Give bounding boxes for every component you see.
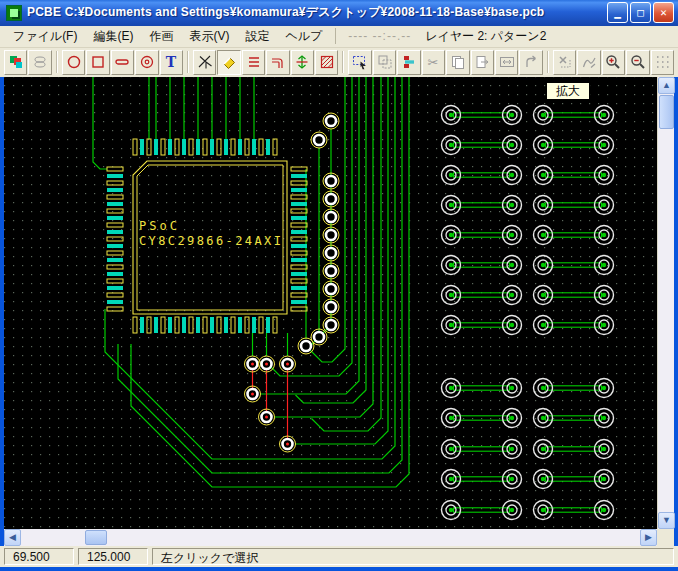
toolbar-button-zoom-out[interactable] — [626, 50, 649, 75]
chip-pad-left[interactable] — [107, 300, 123, 304]
toolbar-button-junction[interactable] — [193, 50, 216, 75]
scroll-down-button[interactable]: ▼ — [658, 512, 675, 529]
chip-pad-left[interactable] — [107, 216, 123, 220]
via[interactable] — [259, 409, 275, 425]
via[interactable] — [323, 245, 339, 261]
chip-pad-right[interactable] — [291, 300, 307, 304]
minimize-button[interactable]: ▁ — [607, 2, 628, 23]
chip-pad-bottom[interactable] — [196, 317, 200, 333]
chip-pad-bottom[interactable] — [168, 317, 172, 333]
chip-pad-left[interactable] — [107, 244, 123, 248]
chip-pad-bottom[interactable] — [182, 317, 186, 333]
stretch-icon — [499, 54, 515, 70]
maximize-button[interactable]: □ — [630, 2, 651, 23]
chip-pad-left[interactable] — [107, 286, 123, 290]
toolbar-button-undo — [519, 50, 542, 75]
toolbar-button-eraser[interactable] — [217, 50, 240, 75]
chip-pad-right[interactable] — [291, 216, 307, 220]
scroll-right-button[interactable]: ▶ — [640, 529, 657, 546]
toolbar-button-pad[interactable] — [135, 50, 158, 75]
chip-pad-bottom[interactable] — [266, 317, 270, 333]
via[interactable] — [323, 191, 339, 207]
circle-icon — [66, 54, 82, 70]
chip-pad-left[interactable] — [107, 258, 123, 262]
status-hint: 左クリックで選択 — [152, 548, 674, 565]
hscroll-thumb[interactable] — [85, 530, 107, 545]
via[interactable] — [311, 132, 327, 148]
toolbar-button-fill[interactable] — [315, 50, 338, 75]
chip-pad-top[interactable] — [252, 139, 256, 155]
layer-indicator[interactable]: レイヤー 2: パターン2 — [419, 26, 552, 47]
toolbar-button-bend[interactable] — [266, 50, 289, 75]
chip-pad-bottom[interactable] — [252, 317, 256, 333]
chip-pad-bottom[interactable] — [238, 317, 242, 333]
chip-pad-top[interactable] — [140, 139, 144, 155]
chip-pad-bottom[interactable] — [154, 317, 158, 333]
pcb-canvas[interactable]: PSoCCY8C29866-24AXI 拡大 — [4, 77, 657, 529]
chip-pad-top[interactable] — [196, 139, 200, 155]
chip-pad-right[interactable] — [291, 202, 307, 206]
chip-pad-top[interactable] — [154, 139, 158, 155]
via[interactable] — [245, 386, 261, 402]
fill-icon — [319, 54, 335, 70]
chip-pad-right[interactable] — [291, 258, 307, 262]
via[interactable] — [323, 281, 339, 297]
via[interactable] — [311, 329, 327, 345]
via[interactable] — [280, 356, 296, 372]
scroll-up-button[interactable]: ▲ — [658, 77, 675, 94]
eraser-icon — [221, 54, 237, 70]
toolbar-button-line[interactable] — [111, 50, 134, 75]
menu-file[interactable]: ファイル(F) — [6, 26, 84, 47]
menu-view[interactable]: 表示(V) — [182, 26, 236, 47]
chip-pad-right[interactable] — [291, 272, 307, 276]
via[interactable] — [259, 356, 275, 372]
chip-pad-bottom[interactable] — [224, 317, 228, 333]
via[interactable] — [323, 113, 339, 129]
menu-edit[interactable]: 編集(E) — [86, 26, 140, 47]
window-title: PCBE C:¥Documents and Settings¥komamura¥… — [27, 4, 607, 21]
horizontal-scrollbar[interactable]: ◀ ▶ — [4, 529, 657, 546]
toolbar-button-layers[interactable] — [4, 50, 27, 75]
toolbar-button-rect[interactable] — [86, 50, 109, 75]
via[interactable] — [323, 317, 339, 333]
chip-pad-right[interactable] — [291, 174, 307, 178]
toolbar-button-circle[interactable] — [62, 50, 85, 75]
chip-pad-left[interactable] — [107, 188, 123, 192]
menu-draw[interactable]: 作画 — [142, 26, 180, 47]
chip-pad-left[interactable] — [107, 202, 123, 206]
toolbar-button-via-tool[interactable] — [291, 50, 314, 75]
chip-pad-left[interactable] — [107, 230, 123, 234]
menu-help[interactable]: ヘルプ — [278, 26, 329, 47]
toolbar-button-text[interactable]: T — [160, 50, 183, 75]
toolbar-button-select[interactable] — [348, 50, 371, 75]
via[interactable] — [323, 173, 339, 189]
menu-settings[interactable]: 設定 — [238, 26, 276, 47]
chip-pad-top[interactable] — [210, 139, 214, 155]
chip-pad-right[interactable] — [291, 244, 307, 248]
chip-pad-top[interactable] — [266, 139, 270, 155]
chip-pad-right[interactable] — [291, 230, 307, 234]
via[interactable] — [323, 209, 339, 225]
close-button[interactable]: ✕ — [653, 2, 674, 23]
chip-pad-bottom[interactable] — [140, 317, 144, 333]
toolbar-button-lines3[interactable] — [242, 50, 265, 75]
scroll-left-button[interactable]: ◀ — [4, 529, 21, 546]
pcb-drawing[interactable]: PSoCCY8C29866-24AXI — [4, 77, 657, 529]
chip-pad-bottom[interactable] — [210, 317, 214, 333]
via[interactable] — [280, 436, 296, 452]
toolbar-button-align[interactable] — [397, 50, 420, 75]
chip-pad-right[interactable] — [291, 188, 307, 192]
chip-pad-left[interactable] — [107, 272, 123, 276]
chip-pad-top[interactable] — [238, 139, 242, 155]
chip-pad-top[interactable] — [182, 139, 186, 155]
chip-pad-left[interactable] — [107, 174, 123, 178]
via[interactable] — [323, 263, 339, 279]
vertical-scrollbar[interactable]: ▲ ▼ — [657, 77, 674, 529]
chip-pad-top[interactable] — [168, 139, 172, 155]
toolbar-button-zoom-in[interactable] — [602, 50, 625, 75]
chip-pad-top[interactable] — [224, 139, 228, 155]
via[interactable] — [323, 299, 339, 315]
chip-pad-right[interactable] — [291, 286, 307, 290]
vscroll-thumb[interactable] — [659, 95, 674, 129]
via[interactable] — [323, 227, 339, 243]
